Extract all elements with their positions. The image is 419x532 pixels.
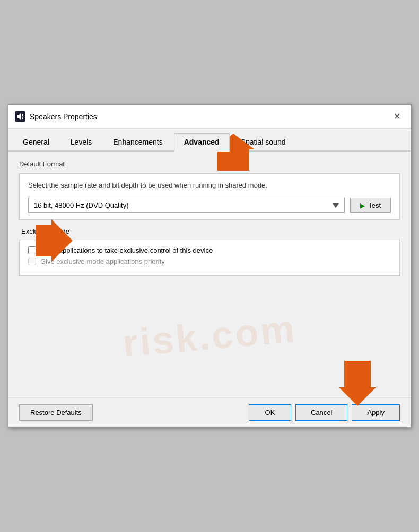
default-format-title: Default Format [19, 160, 400, 168]
ok-button[interactable]: OK [249, 404, 291, 421]
restore-defaults-button[interactable]: Restore Defaults [19, 404, 93, 421]
exclusive-priority-row: Give exclusive mode applications priorit… [28, 258, 391, 265]
exclusive-mode-box: Allow applications to take exclusive con… [19, 240, 400, 276]
watermark-text: risk.com [121, 307, 298, 365]
speakers-properties-dialog: Speakers Properties ✕ General Levels Enh… [8, 104, 411, 428]
tab-enhancements[interactable]: Enhancements [103, 133, 172, 152]
tab-levels[interactable]: Levels [60, 133, 102, 152]
exclusive-priority-checkbox[interactable] [28, 258, 36, 265]
test-button[interactable]: ▶ Test [350, 198, 391, 213]
title-bar: Speakers Properties ✕ [8, 105, 411, 129]
window-title: Speakers Properties [30, 112, 97, 121]
title-bar-left: Speakers Properties [15, 111, 97, 122]
default-format-description: Select the sample rate and bit depth to … [28, 180, 391, 191]
tab-general[interactable]: General [13, 133, 59, 152]
speaker-icon [15, 111, 25, 122]
apply-button[interactable]: Apply [352, 404, 400, 421]
exclusive-control-row: Allow applications to take exclusive con… [28, 246, 391, 254]
bottom-area: Restore Defaults OK Cancel Apply [8, 397, 411, 427]
watermark-area: risk.com [19, 283, 400, 389]
tab-advanced[interactable]: Advanced [174, 133, 230, 152]
tab-spatial-sound[interactable]: Spatial sound [231, 133, 296, 152]
tab-content: Default Format Select the sample rate an… [8, 152, 411, 398]
cancel-button[interactable]: Cancel [295, 404, 347, 421]
exclusive-priority-label: Give exclusive mode applications priorit… [40, 258, 165, 265]
exclusive-control-label[interactable]: Allow applications to take exclusive con… [40, 246, 213, 254]
tab-bar: General Levels Enhancements Advanced Spa… [8, 129, 411, 152]
format-row: 16 bit, 44100 Hz (CD Quality) 16 bit, 48… [28, 198, 391, 213]
test-button-label: Test [368, 201, 381, 209]
default-format-box: Select the sample rate and bit depth to … [19, 173, 400, 220]
action-buttons: OK Cancel Apply [249, 404, 400, 421]
format-select[interactable]: 16 bit, 44100 Hz (CD Quality) 16 bit, 48… [28, 198, 345, 213]
close-button[interactable]: ✕ [389, 109, 404, 124]
exclusive-mode-title: Exclusive Mode [19, 227, 400, 235]
play-icon: ▶ [360, 202, 365, 209]
exclusive-control-checkbox[interactable] [28, 246, 36, 254]
exclusive-mode-section: Exclusive Mode Allow applications to tak… [19, 227, 400, 276]
